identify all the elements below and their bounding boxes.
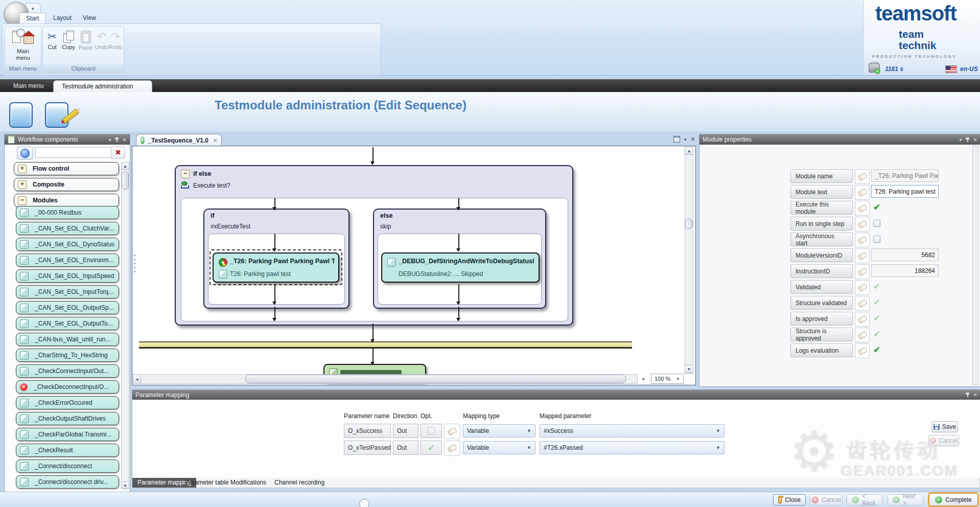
tab-testmodule-administration[interactable]: Testmodule administration ✕	[53, 80, 152, 93]
scroll-right-icon[interactable]: ►	[640, 374, 648, 384]
checked-icon[interactable]: ✔	[873, 203, 880, 212]
clear-mapping-button[interactable]	[444, 441, 460, 456]
module-node-debug[interactable]: _DEBUG_DefStringAndWriteToDebugStatuslin…	[381, 252, 540, 283]
scroll-left-icon[interactable]: ◄	[133, 374, 141, 384]
tab-modifications[interactable]: Modifications	[225, 478, 271, 488]
scroll-up-icon[interactable]: ▲	[685, 147, 693, 155]
tab-channel-recording[interactable]: Channel recording	[269, 478, 330, 488]
copy-button[interactable]: Copy	[60, 31, 77, 50]
paste-button[interactable]: Paste	[78, 31, 94, 51]
checkbox-unchecked[interactable]	[428, 427, 435, 434]
collapse-icon[interactable]: −	[18, 196, 27, 205]
sidebar-module-checkdeconnectinput-o[interactable]: ✕_CheckDeconnectInput/O...	[16, 380, 119, 394]
checked-icon[interactable]: ✔	[873, 314, 880, 322]
back-button[interactable]: ‹ < Back	[847, 494, 882, 505]
sidebar-module-can-set-eol-outputto[interactable]: _CAN_Set_EOL_OutputTo...	[16, 317, 119, 330]
sidebar-group-composite[interactable]: +Composite	[14, 178, 119, 191]
sidebar-module-can-set-eol-dynostatus[interactable]: _CAN_Set_EOL_DynoStatus	[16, 238, 119, 251]
canvas-close-icon[interactable]: ✕	[691, 136, 695, 143]
checkbox-unchecked[interactable]	[873, 220, 880, 227]
teamsoft-logo: teamsoft	[875, 2, 956, 25]
complete-button[interactable]: ✓ Complete	[929, 493, 978, 506]
splitter-grip[interactable]	[134, 255, 135, 272]
expand-icon[interactable]: +	[18, 165, 27, 173]
sequence-document-tab[interactable]: ✓ _TestSequence_V1.0 ✕	[136, 134, 222, 146]
canvas-vscrollbar[interactable]	[685, 147, 693, 374]
sidebar-module-checkparglobal-transmi[interactable]: _CheckParGlobal.Transmi...	[16, 428, 119, 441]
mapping-type-select[interactable]: Variable▼	[463, 441, 535, 454]
scroll-up-icon[interactable]: ▲	[121, 162, 129, 170]
sidebar-module-connect-disconnect-driv[interactable]: _Connect/disconnect driv...	[16, 475, 119, 489]
cancel-mapping-button[interactable]: ✕ Cancel	[928, 435, 959, 446]
clear-value-button[interactable]	[855, 328, 870, 342]
scroll-down-icon[interactable]: ▼	[121, 481, 129, 489]
sidebar-group-flow-control[interactable]: +Flow control	[14, 162, 119, 175]
quick-access-dropdown-icon[interactable]: ▾	[32, 6, 34, 11]
ribbon-tab-start[interactable]: Start	[19, 13, 45, 24]
checked-icon[interactable]: ✔	[873, 330, 880, 338]
clear-value-button[interactable]	[855, 264, 870, 279]
mapped-parameter-select[interactable]: #T26.xPassed▼	[540, 441, 725, 454]
sidebar-module-connect-disconnect[interactable]: _Connect/disconnect	[16, 459, 119, 473]
main-menu-icon	[12, 29, 34, 47]
locale-indicator[interactable]: en-US	[960, 65, 978, 73]
ribbon-tab-view[interactable]: View	[77, 13, 102, 24]
clear-value-button[interactable]	[855, 280, 870, 295]
application-window: ▾ Start Layout View Main menu Main menu …	[0, 0, 980, 507]
next-button[interactable]: › Next >	[888, 494, 923, 505]
clear-value-button[interactable]	[855, 248, 870, 263]
canvas-zoom-select[interactable]: 100 % ▼	[651, 374, 684, 384]
properties-scrollbar[interactable]	[972, 146, 978, 385]
clear-value-button[interactable]	[855, 169, 870, 184]
clear-value-button[interactable]	[855, 217, 870, 232]
clear-value-button[interactable]	[855, 233, 870, 247]
workflow-scrollbar[interactable]	[121, 162, 129, 489]
cancel-button[interactable]: ✕ Cancel	[810, 494, 843, 505]
sidebar-module-checkerroroccured[interactable]: _CheckErrorOccured	[16, 396, 119, 409]
tab-main-menu[interactable]: Main menu	[5, 80, 52, 92]
sidebar-module-can-set-eol-clutchvar[interactable]: _CAN_Set_EOL_ClutchVar...	[16, 222, 119, 235]
ribbon-tab-layout[interactable]: Layout	[47, 13, 78, 24]
expand-icon[interactable]: +	[18, 180, 27, 189]
clear-value-button[interactable]	[855, 312, 870, 327]
sidebar-module-can-set-eol-outputsp[interactable]: _CAN_Set_EOL_OutputSp...	[16, 301, 119, 314]
validated-ok-icon: ✓	[141, 136, 145, 144]
checked-icon[interactable]: ✔	[873, 298, 880, 307]
checked-icon[interactable]: ✔	[873, 282, 880, 291]
module-node-t26[interactable]: _T26: Parking Pawl Parking Pawl Test T26…	[213, 252, 339, 283]
clear-value-button[interactable]	[855, 185, 870, 200]
canvas-hscroll-thumb[interactable]	[245, 375, 626, 383]
canvas-vscroll-thumb[interactable]	[685, 219, 693, 229]
clear-value-button[interactable]	[855, 201, 870, 216]
cut-button[interactable]: ✂ Cut	[45, 31, 59, 50]
sidebar-module-can-set-eol-inputtorq[interactable]: _CAN_Set_EOL_InputTorq...	[16, 285, 119, 298]
sidebar-module-charstring-to-hexstring[interactable]: _CharString_To_HexString	[16, 349, 119, 362]
mapped-parameter-select[interactable]: #xSuccess▼	[540, 424, 725, 437]
mapping-type-select[interactable]: Variable▼	[463, 424, 535, 437]
sidebar-module-can-bus-wait-until-run[interactable]: _CAN-bus_Wait_until_run...	[16, 333, 119, 346]
window-layout-icon[interactable]	[673, 136, 680, 143]
sidebar-module-checkoutputshaftdrives[interactable]: _CheckOutputShaftDrives	[16, 412, 119, 425]
undo-button[interactable]: ↶ Undo	[94, 31, 109, 50]
checked-icon[interactable]: ✔	[873, 345, 880, 354]
checkbox-unchecked[interactable]	[873, 236, 880, 243]
sidebar-module-checkconnectinput-out[interactable]: _CheckConnectInput/Out...	[16, 364, 119, 378]
clear-mapping-button[interactable]	[444, 424, 460, 439]
tab-list-dropdown-icon[interactable]: ▾	[684, 137, 687, 142]
clear-value-button[interactable]	[855, 343, 870, 358]
clear-value-button[interactable]	[855, 296, 870, 311]
sidebar-module-can-set-eol-environm[interactable]: _CAN_Set_EOL_Environm...	[16, 254, 119, 267]
redo-button[interactable]: ↷ Redo	[108, 31, 123, 50]
save-button[interactable]: Save	[931, 421, 958, 432]
sidebar-module-can-set-eol-inputspeed[interactable]: _CAN_Set_EOL_InputSpeed	[16, 269, 119, 283]
collapse-icon[interactable]: −	[181, 170, 190, 178]
close-button[interactable]: Close	[773, 494, 806, 505]
property-value-module-text[interactable]: T26: Parking pawl test	[871, 185, 939, 198]
main-menu-button[interactable]: Main menu	[9, 29, 37, 61]
sidebar-module-checkresult[interactable]: _CheckResult	[16, 444, 119, 457]
sidebar-group-modules[interactable]: −Modules	[14, 194, 119, 207]
sequence-tab-close-icon[interactable]: ✕	[213, 137, 218, 144]
workflow-scrollbar-thumb[interactable]	[122, 171, 129, 190]
sidebar-module-00-000-restbus[interactable]: _00-000 Restbus	[16, 206, 119, 219]
scroll-down-icon[interactable]: ▼	[685, 365, 693, 373]
